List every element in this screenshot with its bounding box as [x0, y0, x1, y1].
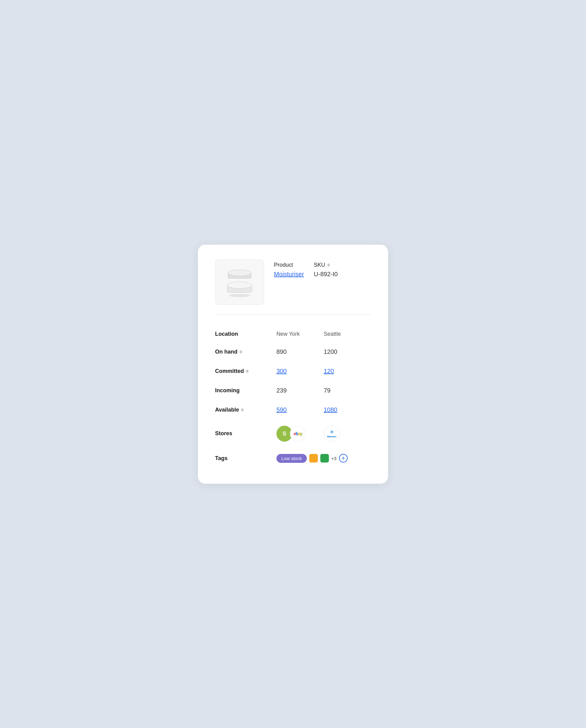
committed-seattle[interactable]: 120: [324, 368, 371, 375]
available-ny[interactable]: 590: [276, 406, 324, 413]
committed-ny[interactable]: 300: [276, 368, 324, 375]
available-seattle[interactable]: 1080: [324, 406, 371, 413]
sku-label-row: SKU: [314, 262, 344, 268]
incoming-ny: 239: [276, 387, 324, 394]
stores-label: Stores: [215, 430, 276, 437]
table-row-on-hand: On hand 890 1200: [215, 342, 371, 362]
stores-seattle: ✳ Walmart: [324, 426, 371, 442]
svg-point-5: [227, 282, 252, 288]
table-header-row: Location New York Seattle: [215, 325, 371, 342]
location-label: Location: [215, 331, 276, 337]
tag-low-stock[interactable]: Low stock: [276, 454, 307, 463]
tags-cell-ny: Low stock +3 +: [276, 454, 371, 463]
available-label: Available: [215, 407, 276, 413]
product-header: Product SKU Moisturiser U-892-I0: [215, 259, 371, 305]
on-hand-ny: 890: [276, 348, 324, 356]
tag-yellow[interactable]: [309, 454, 318, 463]
product-info: Product SKU Moisturiser U-892-I0: [274, 259, 344, 278]
table-row-incoming: Incoming 239 79: [215, 381, 371, 400]
available-sort-icon[interactable]: [241, 408, 244, 412]
header-divider: [215, 315, 371, 315]
stores-ny: S ebay: [276, 426, 324, 442]
table-row-committed: Committed 300 120: [215, 362, 371, 381]
tags-more-count[interactable]: +3: [331, 456, 337, 461]
sku-column-label: SKU: [314, 262, 325, 268]
product-column-label: Product: [274, 262, 304, 268]
tags-label: Tags: [215, 455, 276, 462]
on-hand-sort-icon[interactable]: [239, 350, 242, 354]
inventory-table: Location New York Seattle On hand 890 12…: [215, 325, 371, 469]
committed-sort-icon[interactable]: [246, 369, 249, 373]
product-card: Product SKU Moisturiser U-892-I0 Locatio…: [198, 244, 388, 484]
committed-label: Committed: [215, 368, 276, 374]
incoming-seattle: 79: [324, 387, 371, 394]
col-header-ny: New York: [276, 331, 324, 337]
svg-text:S: S: [283, 431, 286, 437]
product-image: [215, 259, 264, 305]
table-row-stores: Stores S ebay ✳ Walmart: [215, 420, 371, 448]
tag-green[interactable]: [320, 454, 329, 463]
walmart-badge[interactable]: ✳ Walmart: [324, 426, 340, 442]
product-name-link[interactable]: Moisturiser: [274, 271, 304, 278]
on-hand-label: On hand: [215, 349, 276, 355]
tag-add-button[interactable]: +: [339, 454, 348, 463]
on-hand-seattle: 1200: [324, 348, 371, 356]
incoming-label: Incoming: [215, 387, 276, 394]
table-row-available: Available 590 1080: [215, 400, 371, 420]
product-sku-value: U-892-I0: [314, 271, 344, 278]
ebay-badge[interactable]: ebay: [290, 426, 306, 442]
svg-point-2: [228, 270, 251, 276]
col-header-seattle: Seattle: [324, 331, 371, 337]
sku-sort-icon[interactable]: [327, 263, 330, 267]
svg-point-6: [229, 294, 250, 297]
table-row-tags: Tags Low stock +3 +: [215, 448, 371, 469]
